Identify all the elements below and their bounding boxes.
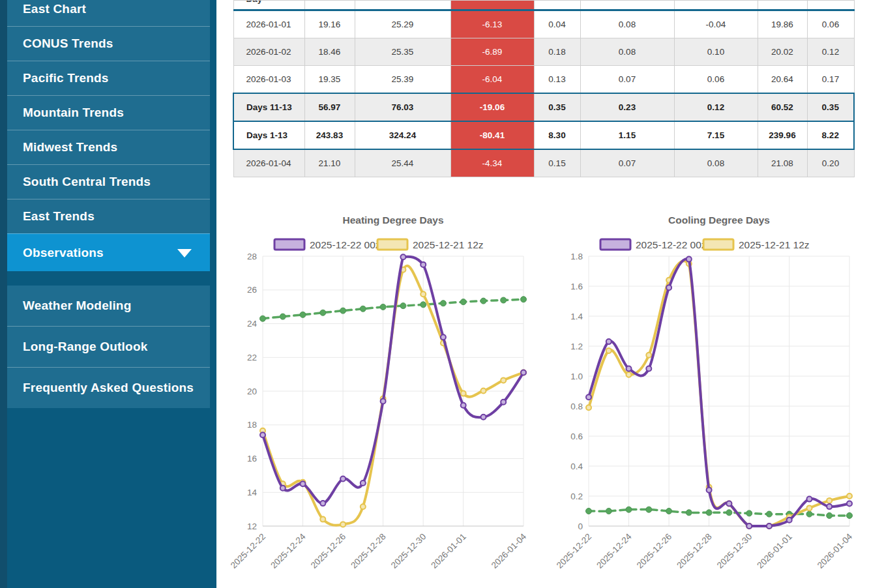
x-tick-label: 2026-01-01 <box>429 532 467 570</box>
sidebar-item-weather-modeling[interactable]: Weather Modeling <box>7 286 210 326</box>
y-tick-label: 1.0 <box>570 372 583 381</box>
table-cell-diff: -4.34 <box>450 149 534 177</box>
table-cell-value: 243.83 <box>304 121 355 149</box>
x-tick-label: 2025-12-26 <box>635 532 673 570</box>
y-tick-label: 1.4 <box>570 312 583 321</box>
svg-text:2025-12-22 00z: 2025-12-22 00z <box>310 239 381 250</box>
table-cell-diff: -80.41 <box>450 121 534 149</box>
x-tick-label: 2025-12-22 <box>229 532 267 570</box>
table-cell-day: 2026-01-01 <box>233 10 304 38</box>
table-cell-value: 0.23 <box>580 93 674 121</box>
table-cell-day: Days 11-13 <box>233 93 304 121</box>
sidebar-nav-primary: East ChartCONUS TrendsPacific TrendsMoun… <box>7 0 210 271</box>
sidebar-item-label: Long-Range Outlook <box>23 340 147 354</box>
table-cell-value: 19.35 <box>304 66 355 94</box>
sidebar-nav-secondary: Weather ModelingLong-Range OutlookFreque… <box>7 286 210 408</box>
table-cell-day: 2026-01-04 <box>233 149 304 177</box>
y-tick-label: 12 <box>247 522 257 531</box>
table-header-row-cropped: Day <box>233 1 854 10</box>
legend-item-current[interactable]: 2025-12-22 00z <box>274 239 381 250</box>
main-content: Day2026-01-0119.1625.29-6.130.040.08-0.0… <box>216 0 869 588</box>
sidebar-item-long-range-outlook[interactable]: Long-Range Outlook <box>7 326 210 367</box>
sidebar-item-label: Frequently Asked Questions <box>23 381 194 395</box>
table-cell-value: 239.96 <box>758 121 807 149</box>
table-cell-value: 21.10 <box>304 149 355 177</box>
table-cell-value: 0.35 <box>807 93 854 121</box>
y-tick-label: 16 <box>247 454 257 463</box>
sidebar-item-south-central-trends[interactable]: South Central Trends <box>7 164 210 199</box>
table-cell-value: 0.04 <box>534 10 580 38</box>
table-cell-diff: -6.89 <box>450 38 534 66</box>
y-tick-label: 1.6 <box>570 282 583 291</box>
table-cell-value: 56.97 <box>304 93 355 121</box>
chart-title: Cooling Degree Days <box>668 214 770 226</box>
table-cell-day: 2026-01-03 <box>233 66 304 94</box>
series-previous <box>260 266 526 527</box>
x-tick-label: 2025-12-28 <box>675 532 713 570</box>
sidebar-item-label: East Chart <box>23 2 86 16</box>
sidebar-item-observations[interactable]: Observations <box>7 233 210 271</box>
sidebar-item-label: Weather Modeling <box>23 299 131 313</box>
table-cell-value: 0.06 <box>674 66 758 94</box>
legend-item-previous[interactable]: 2025-12-21 12z <box>377 239 484 250</box>
table-cell-value: 20.64 <box>758 66 807 94</box>
table-cell-diff: -6.13 <box>450 10 534 38</box>
sidebar: East ChartCONUS TrendsPacific TrendsMoun… <box>0 0 216 588</box>
y-tick-label: 28 <box>247 252 257 261</box>
sidebar-item-midwest-trends[interactable]: Midwest Trends <box>7 130 210 164</box>
svg-text:2025-12-21 12z: 2025-12-21 12z <box>413 239 484 250</box>
table-cell-value: 1.15 <box>580 121 674 149</box>
y-tick-label: 0.8 <box>570 402 583 411</box>
table-header-cell <box>304 1 355 10</box>
charts-row: Heating Degree Days2025-12-22 00z2025-12… <box>216 210 869 588</box>
table-cell-day: 2026-01-02 <box>233 38 304 66</box>
table-header-cell <box>807 1 854 10</box>
y-tick-label: 18 <box>247 420 257 430</box>
table-row-2026-01-02: 2026-01-0218.4625.35-6.890.180.080.1020.… <box>233 38 854 66</box>
y-tick-label: 0.6 <box>570 432 583 441</box>
table-cell-value: 324.24 <box>355 121 450 149</box>
sidebar-item-east-chart[interactable]: East Chart <box>7 0 210 26</box>
table-cell-diff: -6.04 <box>450 66 534 94</box>
table-cell-value: 0.17 <box>807 66 854 94</box>
table-cell-value: 0.08 <box>580 38 674 66</box>
x-tick-label: 2025-12-24 <box>595 531 634 570</box>
sidebar-item-east-trends[interactable]: East Trends <box>7 199 210 233</box>
y-tick-label: 26 <box>247 285 257 295</box>
svg-text:2025-12-21 12z: 2025-12-21 12z <box>739 239 810 250</box>
table-header-day-label: Day <box>234 1 304 5</box>
sidebar-item-conus-trends[interactable]: CONUS Trends <box>7 26 210 61</box>
sidebar-item-mountain-trends[interactable]: Mountain Trends <box>7 95 210 130</box>
table-cell-value: 8.22 <box>807 121 854 149</box>
table-row-days-11-13: Days 11-1356.9776.03-19.060.350.230.1260… <box>233 93 854 121</box>
table-cell-value: 25.39 <box>355 66 450 94</box>
table-header-cell: Day <box>233 1 304 10</box>
table-header-cell <box>674 1 758 10</box>
y-tick-label: 24 <box>247 319 258 329</box>
sidebar-item-label: Midwest Trends <box>23 140 117 154</box>
table-cell-value: 21.08 <box>758 149 807 177</box>
y-tick-label: 20 <box>247 387 257 396</box>
table-row-2026-01-01: 2026-01-0119.1625.29-6.130.040.08-0.0419… <box>233 10 854 38</box>
table-cell-day: Days 1-13 <box>233 121 304 149</box>
table-cell-value: 19.16 <box>304 10 355 38</box>
table-cell-value: 0.06 <box>807 10 854 38</box>
sidebar-item-pacific-trends[interactable]: Pacific Trends <box>7 61 210 95</box>
y-tick-label: 14 <box>247 488 258 497</box>
sidebar-item-frequently-asked-questions[interactable]: Frequently Asked Questions <box>7 367 210 408</box>
table-cell-value: 18.46 <box>304 38 355 66</box>
table-row-2026-01-04: 2026-01-0421.1025.44-4.340.150.070.0821.… <box>233 149 854 177</box>
table-cell-value: 0.10 <box>674 38 758 66</box>
table-cell-value: 0.18 <box>534 38 580 66</box>
x-tick-label: 2025-12-22 <box>555 532 593 570</box>
legend-item-current[interactable]: 2025-12-22 00z <box>600 239 707 250</box>
y-tick-label: 0 <box>578 522 583 531</box>
y-tick-label: 22 <box>247 353 257 362</box>
sidebar-item-label: CONUS Trends <box>23 37 113 51</box>
x-tick-label: 2025-12-28 <box>349 532 387 570</box>
table-cell-value: 7.15 <box>674 121 758 149</box>
legend-item-previous[interactable]: 2025-12-21 12z <box>703 239 810 250</box>
table-header-cell <box>450 1 534 10</box>
chart-svg: Cooling Degree Days2025-12-22 00z2025-12… <box>548 210 868 588</box>
sidebar-item-label: South Central Trends <box>23 175 151 189</box>
